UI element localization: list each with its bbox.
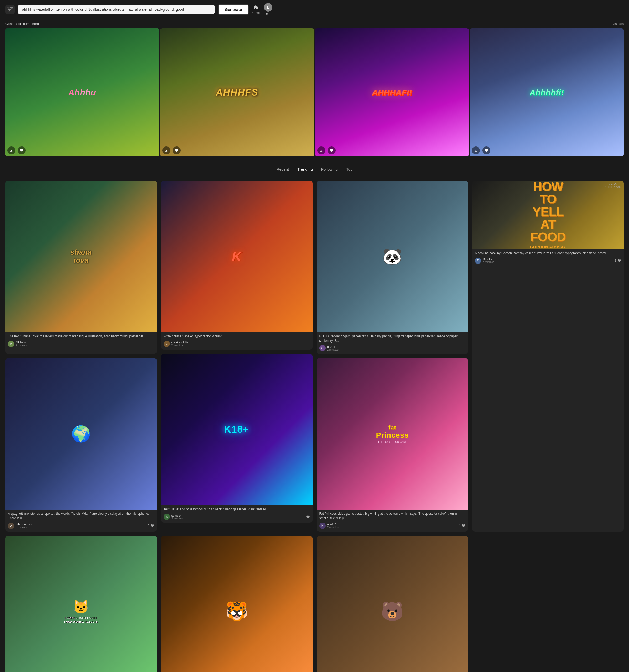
feed-card-2-author: C creativodigital 2 minutes — [164, 341, 189, 347]
search-input[interactable] — [22, 7, 211, 11]
author-info-6: sersesh 2 minutes — [171, 514, 183, 520]
logo — [5, 5, 15, 14]
generation-bar: Generation completed Dismiss — [0, 19, 629, 28]
feed-card-10[interactable]: 🐻 Bear in a room realistic photo W wildu… — [317, 536, 468, 672]
feed-tabs: Recent Trending Following Top — [0, 162, 629, 176]
feed-card-7-desc: Fat Princess video game poster, big writ… — [319, 512, 466, 521]
feed-card-4-author: D Danduel 4 minutes — [475, 258, 494, 264]
feed-card-4-meta: D Danduel 4 minutes 1 — [475, 258, 621, 264]
author-info-1: Michalor 4 minutes — [16, 341, 27, 347]
like-btn-3[interactable] — [328, 146, 336, 154]
generated-image-2[interactable]: AHHHFS — [160, 28, 314, 157]
feed-card-1[interactable]: shanatova The text "Shana Tova" the lett… — [5, 181, 157, 354]
dismiss-button[interactable]: Dismiss — [612, 22, 624, 26]
feed-card-1-body: The text "Shana Tova" the letters made o… — [5, 332, 157, 350]
nav-home-label: home — [252, 11, 260, 15]
author-avatar-4: D — [475, 258, 481, 264]
avatar: L — [264, 3, 272, 11]
feed-card-6-likes: 1 — [303, 515, 310, 519]
download-btn-2[interactable] — [162, 146, 170, 154]
tab-following[interactable]: Following — [321, 167, 338, 174]
feed-card-6-meta: S sersesh 2 minutes 1 — [164, 514, 310, 520]
download-btn-4[interactable] — [472, 146, 480, 154]
feed-card-1-desc: The text "Shana Tova" the letters made o… — [8, 334, 154, 339]
author-avatar-7: N — [319, 523, 326, 529]
search-bar[interactable] — [18, 5, 215, 14]
likes-count-7: 1 — [459, 524, 461, 528]
author-info-3: gazelli 2 minutes — [327, 345, 339, 351]
feed-card-7-meta: N neo101 2 minutes 1 — [319, 523, 466, 529]
feed-card-5-author: A atheistadam 3 minutes — [8, 523, 31, 529]
feed-grid: shanatova The text "Shana Tova" the lett… — [0, 181, 629, 672]
author-info-5: atheistadam 3 minutes — [16, 523, 31, 529]
tab-trending[interactable]: Trending — [297, 167, 313, 174]
author-avatar-3: G — [319, 345, 326, 351]
author-info-7: neo101 2 minutes — [327, 523, 339, 529]
tab-top[interactable]: Top — [346, 167, 352, 174]
likes-count-5: 2 — [147, 524, 149, 528]
feed-card-2-wrapper: K Write phrase "One A", typography, vibr… — [161, 181, 312, 532]
feed-card-1-author: M Michalor 4 minutes — [8, 341, 27, 347]
feed-card-9[interactable]: 🐯 Colorful tiger illustration with flowe… — [161, 536, 312, 672]
nav-me-label: me — [266, 12, 271, 16]
feed-card-7[interactable]: fat Princess THE QUEST FOR CAKE Fat Prin… — [317, 358, 468, 531]
header: Generate home L me — [0, 0, 629, 19]
author-info-2: creativodigital 2 minutes — [171, 341, 189, 347]
feed-card-4[interactable]: ahhhfs AHHHHS.COM HOWTOYELLATFOOD GORDON… — [472, 181, 624, 532]
feed-card-6[interactable]: K18+ Text: "K18" and bold symbol "+"in s… — [161, 354, 312, 523]
download-btn-1[interactable] — [7, 146, 15, 154]
feed-card-2-body: Write phrase "One A", typography, vibran… — [161, 332, 312, 350]
feed-card-1-meta: M Michalor 4 minutes — [8, 341, 154, 347]
author-avatar-6: S — [164, 514, 170, 520]
feed-card-3-desc: HD 3D Render origami papercraft Cute bab… — [319, 334, 466, 343]
author-avatar-1: M — [8, 341, 14, 347]
feed-card-6-body: Text: "K18" and bold symbol "+"in splash… — [161, 505, 312, 523]
feed-card-2-desc: Write phrase "One A", typography, vibran… — [164, 334, 310, 339]
author-avatar-5: A — [8, 523, 14, 529]
feed-card-4-wrapper: ahhhfs AHHHHS.COM HOWTOYELLATFOOD GORDON… — [472, 181, 624, 532]
nav-me[interactable]: L me — [264, 3, 272, 16]
nav-home[interactable]: home — [252, 4, 260, 15]
likes-count-6: 1 — [303, 515, 305, 519]
feed-card-6-desc: Text: "K18" and bold symbol "+"in splash… — [164, 507, 310, 512]
likes-count-4: 1 — [614, 259, 616, 263]
image-3-actions — [317, 146, 336, 154]
feed-card-2[interactable]: K Write phrase "One A", typography, vibr… — [161, 181, 312, 350]
image-1-actions — [7, 146, 26, 154]
like-btn-2[interactable] — [173, 146, 181, 154]
feed-card-6-author: S sersesh 2 minutes — [164, 514, 183, 520]
feed-card-3-meta: G gazelli 2 minutes — [319, 345, 466, 351]
generated-images-grid: Ahhhu AHHHFS AHHHAFI! — [0, 28, 629, 162]
image-2-actions — [162, 146, 181, 154]
author-info-4: Danduel 4 minutes — [483, 258, 494, 264]
generate-button[interactable]: Generate — [218, 4, 249, 15]
feed-card-7-likes: 1 — [459, 524, 466, 528]
feed-card-3[interactable]: 🐼 HD 3D Render origami papercraft Cute b… — [317, 181, 468, 354]
feed-card-5[interactable]: 🌍 A spaghetti monster as a reporter. the… — [5, 358, 157, 531]
home-icon — [253, 4, 259, 10]
generated-image-4[interactable]: Ahhhhfi! — [470, 28, 624, 157]
feed-card-2-meta: C creativodigital 2 minutes — [164, 341, 310, 347]
feed-card-7-author: N neo101 2 minutes — [319, 523, 339, 529]
like-btn-4[interactable] — [483, 146, 490, 154]
feed-card-5-likes: 2 — [147, 524, 154, 528]
feed-card-3-body: HD 3D Render origami papercraft Cute bab… — [317, 332, 468, 354]
generated-image-3[interactable]: AHHHAFI! — [315, 28, 469, 157]
download-btn-3[interactable] — [317, 146, 325, 154]
image-4-actions — [472, 146, 490, 154]
feed-card-7-body: Fat Princess video game poster, big writ… — [317, 509, 468, 532]
feed-card-5-desc: A spaghetti monster as a reporter. the w… — [8, 512, 154, 521]
author-avatar-2: C — [164, 341, 170, 347]
feed-card-5-meta: A atheistadam 3 minutes 2 — [8, 523, 154, 529]
generation-status: Generation completed — [5, 22, 39, 26]
feed-card-3-author: G gazelli 2 minutes — [319, 345, 339, 351]
feed-card-4-likes: 1 — [614, 259, 621, 263]
tab-recent[interactable]: Recent — [277, 167, 289, 174]
like-btn-1[interactable] — [18, 146, 26, 154]
nav-items: home L me — [252, 3, 272, 16]
feed-card-8[interactable]: 🐱 I COPIED YUR PHONFTI HAD WORSE RESULTS… — [5, 536, 157, 672]
feed-card-5-body: A spaghetti monster as a reporter. the w… — [5, 509, 157, 532]
generated-image-1[interactable]: Ahhhu — [5, 28, 159, 157]
